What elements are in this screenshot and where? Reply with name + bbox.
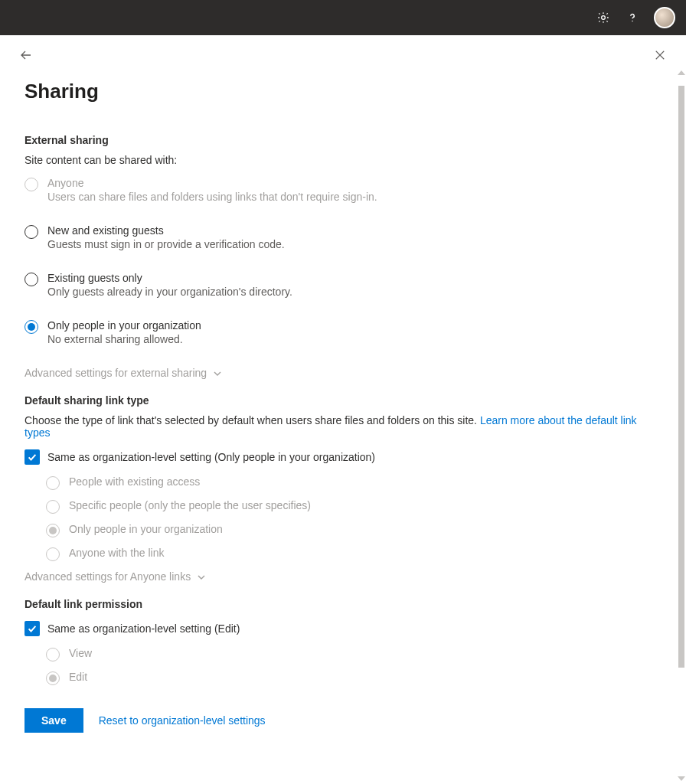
back-button[interactable] (14, 43, 38, 67)
external-option-anyone: Anyone Users can share files and folders… (24, 177, 652, 203)
linktype-existing-access: People with existing access (46, 475, 652, 490)
page-title: Sharing (24, 80, 652, 103)
linktype-label: Anyone with the link (69, 547, 165, 559)
close-button[interactable] (648, 43, 672, 67)
same-as-org-perm-label: Same as organization-level setting (Edit… (47, 622, 240, 635)
scrollbar[interactable] (677, 67, 686, 784)
default-link-sub: Choose the type of link that's selected … (24, 414, 652, 439)
advanced-external-expander: Advanced settings for external sharing (24, 367, 652, 379)
radio-existing-guests[interactable] (24, 273, 38, 286)
linktype-label: People with existing access (69, 475, 200, 488)
advanced-anyone-expander: Advanced settings for Anyone links (24, 570, 652, 583)
external-option-label: Only people in your organization (47, 319, 201, 332)
reset-link[interactable]: Reset to organization-level settings (99, 714, 266, 727)
same-as-org-link-label: Same as organization-level setting (Only… (47, 451, 375, 463)
linktype-label: Only people in your organization (69, 523, 223, 535)
radio-org-only[interactable] (24, 320, 38, 334)
chevron-down-icon (197, 572, 206, 581)
radio-anyone (24, 178, 38, 191)
default-link-sub-text: Choose the type of link that's selected … (24, 414, 480, 426)
external-option-label: New and existing guests (47, 224, 285, 237)
linktype-specific-people: Specific people (only the people the use… (46, 499, 652, 514)
scroll-down-icon[interactable] (678, 776, 685, 781)
radio-view (46, 648, 60, 662)
perm-label: Edit (69, 671, 87, 683)
external-option-desc: Users can share files and folders using … (47, 191, 377, 203)
help-icon[interactable] (625, 10, 640, 25)
perm-label: View (69, 647, 92, 659)
same-as-org-perm-checkbox[interactable] (24, 621, 40, 636)
user-avatar[interactable] (654, 7, 675, 28)
panel-content: Sharing External sharing Site content ca… (0, 67, 677, 784)
external-sharing-sub: Site content can be shared with: (24, 154, 652, 166)
linktype-org-only: Only people in your organization (46, 523, 652, 537)
radio-anyone-link (46, 547, 60, 561)
external-option-desc: No external sharing allowed. (47, 333, 201, 345)
radio-org-only-link (46, 524, 60, 537)
svg-point-1 (632, 21, 632, 21)
scroll-thumb[interactable] (678, 86, 684, 668)
external-sharing-heading: External sharing (24, 134, 652, 146)
external-option-desc: Only guests already in your organization… (47, 286, 292, 298)
global-topbar (0, 0, 686, 35)
linktype-label: Specific people (only the people the use… (69, 499, 311, 511)
default-link-heading: Default sharing link type (24, 394, 652, 407)
external-option-new-guests[interactable]: New and existing guests Guests must sign… (24, 224, 652, 250)
external-option-existing-guests[interactable]: Existing guests only Only guests already… (24, 272, 652, 298)
advanced-anyone-label: Advanced settings for Anyone links (24, 570, 191, 583)
same-as-org-perm-row[interactable]: Same as organization-level setting (Edit… (24, 621, 652, 636)
chevron-down-icon (213, 368, 222, 377)
scroll-up-icon[interactable] (678, 70, 685, 75)
same-as-org-link-row[interactable]: Same as organization-level setting (Only… (24, 449, 652, 465)
same-as-org-link-checkbox[interactable] (24, 449, 40, 465)
perm-view: View (46, 647, 652, 662)
radio-existing-access (46, 476, 60, 490)
footer-actions: Save Reset to organization-level setting… (24, 708, 652, 733)
linktype-anyone: Anyone with the link (46, 547, 652, 561)
radio-specific-people (46, 500, 60, 514)
permission-heading: Default link permission (24, 598, 652, 610)
perm-edit: Edit (46, 671, 652, 685)
external-option-label: Anyone (47, 177, 377, 189)
external-option-org-only[interactable]: Only people in your organization No exte… (24, 319, 652, 345)
radio-new-guests[interactable] (24, 225, 38, 239)
save-button[interactable]: Save (24, 708, 83, 733)
external-option-desc: Guests must sign in or provide a verific… (47, 238, 285, 250)
settings-gear-icon[interactable] (596, 10, 611, 25)
advanced-external-label: Advanced settings for external sharing (24, 367, 207, 379)
panel-header (0, 35, 686, 67)
external-option-label: Existing guests only (47, 272, 292, 284)
radio-edit (46, 671, 60, 685)
svg-point-0 (602, 16, 606, 20)
